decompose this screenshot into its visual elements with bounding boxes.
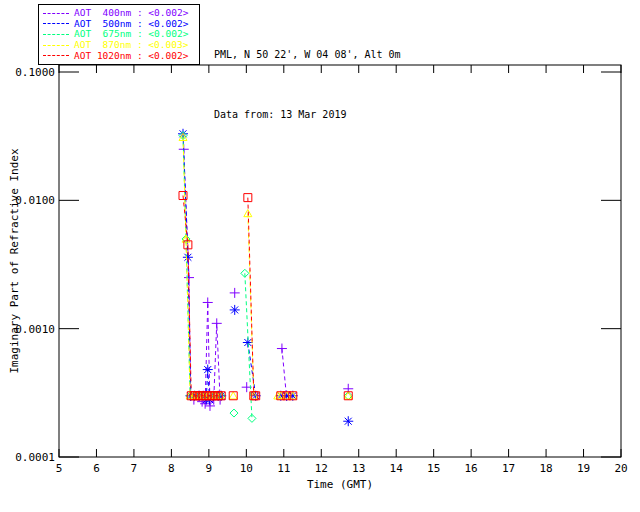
station-location: PML, N 50 22', W 04 08', Alt 0m xyxy=(214,45,401,65)
series-675nm xyxy=(179,132,352,423)
legend-box: AOT 400nm : <0.002> AOT 500nm : <0.002> … xyxy=(38,4,200,65)
series-870nm xyxy=(179,133,352,399)
asterisk-marker xyxy=(230,305,240,315)
series-line xyxy=(282,349,286,396)
plus-marker xyxy=(212,318,222,328)
plus-marker xyxy=(203,297,213,307)
x-tick-label: 18 xyxy=(539,462,552,475)
dashed-line-swatch xyxy=(43,23,69,24)
x-tick-label: 12 xyxy=(315,462,328,475)
x-tick-label: 17 xyxy=(502,462,515,475)
y-tick-label: 0.0100 xyxy=(15,194,55,207)
legend-row: AOT 870nm : <0.003> xyxy=(43,40,196,51)
x-tick-label: 16 xyxy=(465,462,478,475)
legend-row: AOT 1020nm : <0.002> xyxy=(43,50,196,61)
asterisk-marker xyxy=(343,416,353,426)
dashed-line-swatch xyxy=(43,34,69,35)
triangle-marker xyxy=(229,392,237,399)
plot-window: 567891011121314151617181920Time (GMT)0.1… xyxy=(0,0,640,512)
x-tick-label: 20 xyxy=(614,462,627,475)
dashed-line-swatch xyxy=(43,55,69,56)
x-tick-label: 10 xyxy=(240,462,253,475)
x-tick-label: 8 xyxy=(168,462,175,475)
legend-label: AOT 500nm : <0.002> xyxy=(74,19,188,29)
series-1020nm xyxy=(179,192,352,400)
plus-marker xyxy=(277,344,287,354)
series-500nm xyxy=(178,129,353,426)
diamond-marker xyxy=(230,409,238,417)
plus-marker xyxy=(230,288,240,298)
x-tick-label: 13 xyxy=(352,462,365,475)
legend-label: AOT 675nm : <0.002> xyxy=(74,29,188,39)
x-tick-label: 11 xyxy=(277,462,290,475)
y-tick-label: 0.0001 xyxy=(15,451,55,464)
legend-label: AOT 400nm : <0.002> xyxy=(74,8,188,18)
dashed-line-swatch xyxy=(43,45,69,46)
x-tick-label: 9 xyxy=(206,462,213,475)
dashed-line-swatch xyxy=(43,13,69,14)
data-date: Data from: 13 Mar 2019 xyxy=(214,105,401,125)
legend-label: AOT 870nm : <0.003> xyxy=(74,40,188,50)
station-header: PML, N 50 22', W 04 08', Alt 0m Data fro… xyxy=(214,5,401,165)
x-tick-label: 7 xyxy=(131,462,138,475)
y-tick-label: 0.1000 xyxy=(15,66,55,79)
x-tick-label: 6 xyxy=(93,462,100,475)
legend-label: AOT 1020nm : <0.002> xyxy=(74,51,188,61)
x-tick-label: 5 xyxy=(56,462,63,475)
x-tick-label: 14 xyxy=(390,462,404,475)
asterisk-marker xyxy=(203,365,213,375)
x-axis-title: Time (GMT) xyxy=(307,478,373,491)
y-axis-title: Imaginary Part of Refractive Index xyxy=(8,148,21,374)
series-400nm xyxy=(179,144,353,411)
x-tick-label: 19 xyxy=(577,462,590,475)
x-tick-label: 15 xyxy=(427,462,440,475)
legend-row: AOT 400nm : <0.002> xyxy=(43,8,196,19)
y-tick-label: 0.0010 xyxy=(15,323,55,336)
